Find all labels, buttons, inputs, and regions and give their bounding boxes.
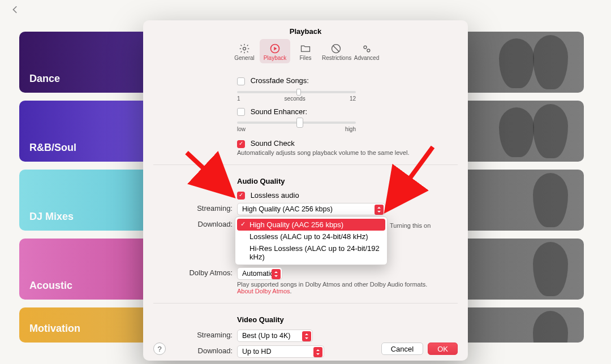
cancel-button[interactable]: Cancel bbox=[381, 343, 423, 355]
play-circle-icon bbox=[261, 42, 289, 55]
dolby-link[interactable]: About Dolby Atmos bbox=[237, 288, 290, 294]
dolby-hint: Play supported songs in Dolby Atmos and … bbox=[237, 281, 429, 294]
tab-restrictions[interactable]: Restrictions bbox=[321, 39, 351, 63]
streaming-select[interactable]: High Quality (AAC 256 kbps) bbox=[237, 203, 385, 215]
crossfade-checkbox[interactable] bbox=[237, 77, 245, 85]
video-streaming-select[interactable]: Best (Up to 4K) bbox=[237, 330, 313, 342]
lossless-label: Lossless audio bbox=[251, 191, 299, 200]
video-streaming-label: Streaming: bbox=[153, 330, 237, 339]
crossfade-slider[interactable] bbox=[237, 91, 356, 93]
svg-point-3 bbox=[364, 46, 367, 49]
download-dropdown-menu: High Quality (AAC 256 kbps) Lossless (AL… bbox=[235, 216, 388, 265]
caret-icon bbox=[375, 205, 384, 215]
tab-advanced[interactable]: Advanced bbox=[351, 39, 382, 63]
ok-button[interactable]: OK bbox=[428, 343, 458, 355]
video-quality-heading: Video Quality bbox=[237, 312, 458, 326]
gears-icon bbox=[352, 42, 381, 55]
svg-point-4 bbox=[367, 49, 370, 52]
download-label: Download: bbox=[153, 219, 237, 228]
lossless-checkbox[interactable] bbox=[237, 192, 245, 200]
dolby-label: Dolby Atmos: bbox=[153, 267, 237, 277]
enhancer-label: Sound Enhancer: bbox=[251, 107, 307, 116]
menu-item-hires[interactable]: Hi-Res Lossless (ALAC up to 24-bit/192 k… bbox=[237, 242, 385, 263]
svg-point-0 bbox=[243, 47, 246, 50]
tab-playback[interactable]: Playback bbox=[260, 39, 290, 63]
menu-item-lossless[interactable]: Lossless (ALAC up to 24-bit/48 kHz) bbox=[237, 231, 385, 242]
no-entry-icon bbox=[322, 42, 350, 55]
folder-icon bbox=[291, 42, 320, 55]
preferences-sheet: Playback General Playback Files Restrict… bbox=[143, 20, 468, 361]
sheet-title: Playback bbox=[143, 20, 468, 39]
soundcheck-checkbox[interactable] bbox=[237, 140, 245, 148]
audio-quality-heading: Audio Quality bbox=[237, 174, 458, 188]
download-hint: Turning this on bbox=[390, 222, 468, 229]
caret-icon bbox=[302, 331, 311, 341]
soundcheck-label: Sound Check bbox=[251, 139, 295, 148]
soundcheck-hint: Automatically adjusts song playback volu… bbox=[237, 149, 429, 156]
dolby-select[interactable]: Automatic bbox=[237, 267, 282, 280]
tab-files[interactable]: Files bbox=[290, 39, 321, 63]
streaming-label: Streaming: bbox=[153, 203, 237, 213]
tab-general[interactable]: General bbox=[229, 39, 260, 63]
gear-icon bbox=[230, 42, 259, 55]
enhancer-slider[interactable] bbox=[237, 122, 356, 124]
caret-icon bbox=[272, 269, 281, 279]
enhancer-checkbox[interactable] bbox=[237, 108, 245, 116]
preferences-toolbar: General Playback Files Restrictions Adva… bbox=[143, 39, 468, 69]
crossfade-label: Crossfade Songs: bbox=[251, 76, 309, 85]
menu-item-high-quality[interactable]: High Quality (AAC 256 kbps) bbox=[237, 219, 385, 231]
